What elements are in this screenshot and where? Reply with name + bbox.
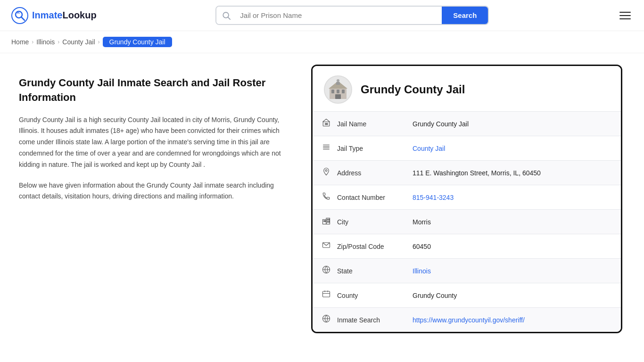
- logo-icon: [11, 7, 28, 24]
- jail-avatar: [324, 75, 352, 104]
- info-value: Grundy County: [413, 285, 621, 306]
- info-label: Address: [337, 163, 413, 183]
- breadcrumb-current: Grundy County Jail: [103, 37, 172, 47]
- globe-icon: [313, 259, 337, 283]
- phone-icon: [313, 185, 337, 209]
- list-icon: [313, 136, 337, 160]
- table-row: Zip/Postal Code60450: [313, 234, 621, 259]
- svg-line-4: [228, 17, 231, 19]
- svg-point-0: [12, 8, 28, 24]
- svg-rect-15: [327, 123, 328, 125]
- page-description: Grundy County Jail is a high security Co…: [19, 115, 292, 171]
- hamburger-line-3: [619, 18, 631, 19]
- breadcrumb: Home › Illinois › County Jail › Grundy C…: [0, 31, 644, 53]
- main-content: Grundy County Jail Inmate Search and Jai…: [0, 53, 644, 362]
- breadcrumb-chevron-3: ›: [98, 39, 100, 45]
- mail-icon: [313, 234, 337, 258]
- hamburger-line-1: [619, 12, 631, 13]
- search-input[interactable]: [236, 7, 442, 24]
- info-value[interactable]: 815-941-3243: [413, 187, 621, 208]
- location-icon: [313, 161, 337, 185]
- svg-rect-28: [329, 222, 330, 222]
- info-value: Morris: [413, 212, 621, 232]
- info-label: State: [337, 261, 413, 281]
- info-label: Contact Number: [337, 187, 413, 208]
- svg-point-20: [325, 170, 327, 172]
- info-label: Inmate Search: [337, 310, 413, 330]
- info-link[interactable]: 815-941-3243: [413, 194, 454, 201]
- table-row: Jail TypeCounty Jail: [313, 136, 621, 161]
- svg-rect-9: [342, 90, 345, 93]
- svg-rect-8: [337, 90, 339, 93]
- left-panel: Grundy County Jail Inmate Search and Jai…: [0, 53, 311, 362]
- hamburger-menu-button[interactable]: [618, 10, 633, 21]
- jail-icon: [313, 112, 337, 136]
- info-value[interactable]: County Jail: [413, 138, 621, 159]
- right-panel: Grundy County Jail Jail NameGrundy Count…: [311, 53, 644, 362]
- svg-rect-26: [329, 219, 330, 220]
- logo[interactable]: InmateLookup: [11, 7, 97, 24]
- logo-text: InmateLookup: [32, 10, 97, 21]
- jail-card: Grundy County Jail Jail NameGrundy Count…: [311, 65, 622, 333]
- svg-rect-7: [331, 90, 334, 93]
- jail-card-name: Grundy County Jail: [361, 83, 465, 96]
- table-row: CountyGrundy County: [313, 283, 621, 308]
- svg-rect-23: [324, 221, 325, 222]
- info-label: Zip/Postal Code: [337, 236, 413, 257]
- page-description-2: Below we have given information about th…: [19, 180, 292, 203]
- city-icon: [313, 210, 337, 234]
- search-form: Search: [215, 6, 489, 25]
- info-label: Jail Type: [337, 138, 413, 159]
- breadcrumb-home[interactable]: Home: [11, 38, 29, 46]
- info-link[interactable]: County Jail: [413, 145, 445, 152]
- search-area: Search: [116, 6, 589, 25]
- svg-line-2: [21, 17, 25, 20]
- info-value[interactable]: https://www.grundycountyil.gov/sheriff/: [413, 310, 621, 330]
- info-table: Jail NameGrundy County JailJail TypeCoun…: [313, 112, 621, 332]
- header: InmateLookup Search: [0, 0, 644, 31]
- info-value[interactable]: Illinois: [413, 261, 621, 281]
- county-icon: [313, 283, 337, 307]
- hamburger-line-2: [619, 15, 631, 16]
- web-icon: [313, 308, 337, 332]
- svg-rect-11: [336, 82, 340, 85]
- info-value: 111 E. Washington Street, Morris, IL, 60…: [413, 163, 621, 183]
- breadcrumb-chevron-1: ›: [32, 39, 33, 45]
- info-label: County: [337, 285, 413, 306]
- breadcrumb-type[interactable]: County Jail: [62, 38, 95, 46]
- table-row: Inmate Searchhttps://www.grundycountyil.…: [313, 308, 621, 332]
- svg-rect-10: [335, 94, 341, 99]
- info-label: Jail Name: [337, 114, 413, 134]
- info-label: City: [337, 212, 413, 232]
- table-row: Contact Number815-941-3243: [313, 185, 621, 210]
- table-row: StateIllinois: [313, 259, 621, 283]
- svg-rect-14: [325, 123, 326, 125]
- jail-building-icon: [327, 78, 349, 101]
- info-link[interactable]: Illinois: [413, 267, 431, 275]
- info-value: 60450: [413, 236, 621, 257]
- breadcrumb-chevron-2: ›: [58, 39, 59, 45]
- table-row: CityMorris: [313, 210, 621, 234]
- table-row: Jail NameGrundy County Jail: [313, 112, 621, 136]
- search-icon: [216, 7, 236, 24]
- breadcrumb-state[interactable]: Illinois: [36, 38, 55, 46]
- svg-point-12: [337, 79, 339, 82]
- svg-rect-24: [325, 221, 326, 222]
- table-row: Address111 E. Washington Street, Morris,…: [313, 161, 621, 185]
- info-value: Grundy County Jail: [413, 114, 621, 134]
- svg-rect-32: [323, 291, 330, 297]
- svg-rect-25: [327, 219, 328, 220]
- info-link[interactable]: https://www.grundycountyil.gov/sheriff/: [413, 316, 525, 324]
- page-title: Grundy County Jail Inmate Search and Jai…: [19, 76, 292, 105]
- search-button[interactable]: Search: [442, 7, 488, 24]
- jail-card-header: Grundy County Jail: [313, 66, 621, 112]
- svg-rect-27: [327, 222, 328, 222]
